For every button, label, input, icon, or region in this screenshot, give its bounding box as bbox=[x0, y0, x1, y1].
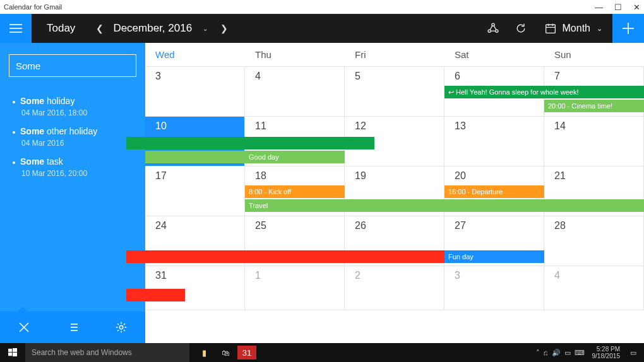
day-cell[interactable]: 14 bbox=[544, 117, 644, 166]
week-row: 10 11 12 13 14 Good day bbox=[145, 117, 644, 166]
day-header: Thu bbox=[245, 43, 345, 66]
share-icon bbox=[487, 22, 499, 35]
window-minimize-button[interactable]: — bbox=[595, 3, 603, 12]
day-cell[interactable]: 1 bbox=[245, 266, 345, 310]
gear-icon bbox=[115, 321, 128, 334]
plus-icon bbox=[621, 21, 635, 35]
view-label: Month bbox=[563, 23, 590, 34]
tray-notifications-icon[interactable]: ▭ bbox=[628, 349, 639, 357]
search-results-list: Some holiday 04 Mar 2016, 18:00 Some oth… bbox=[0, 83, 145, 187]
day-cell[interactable]: 3 bbox=[444, 266, 544, 310]
taskbar-app-calendar[interactable]: 31 bbox=[237, 346, 256, 359]
day-header: Fri bbox=[345, 43, 444, 66]
event-bar[interactable]: 16:00 - Departure bbox=[444, 185, 544, 198]
search-result-item[interactable]: Some holiday 04 Mar 2016, 18:00 bbox=[13, 96, 141, 117]
day-cell[interactable]: 31 bbox=[145, 266, 245, 310]
svg-point-20 bbox=[119, 325, 122, 329]
settings-button[interactable] bbox=[97, 321, 145, 334]
close-search-button[interactable] bbox=[0, 321, 49, 334]
day-cell[interactable]: 13 bbox=[444, 117, 544, 166]
month-picker[interactable]: December, 2016 bbox=[109, 22, 196, 35]
share-button[interactable] bbox=[479, 22, 507, 35]
day-cell[interactable]: 3 bbox=[145, 67, 245, 116]
refresh-button[interactable] bbox=[507, 22, 535, 35]
week-row: 31 1 2 3 4 bbox=[145, 266, 644, 310]
search-result-sub: 04 Mar 2016 bbox=[21, 139, 141, 148]
calendar-icon bbox=[545, 23, 556, 34]
taskbar-clock[interactable]: 5:28 PM 9/18/2015 bbox=[588, 346, 624, 359]
event-bar[interactable]: 8:00 - Kick off bbox=[245, 185, 345, 198]
tray-network-icon[interactable]: ⎌ bbox=[544, 349, 548, 356]
window-close-button[interactable]: ✕ bbox=[633, 3, 640, 12]
taskbar-app-store[interactable]: 🛍 bbox=[216, 346, 235, 359]
footer-arrow-icon bbox=[18, 307, 28, 312]
week-row: 24 25 26 27 28 Fun day bbox=[145, 216, 644, 266]
toolbar: Today ❮ December, 2016 ⌄ ❯ Month ⌄ bbox=[0, 14, 644, 43]
search-result-sub: 10 Mar 2016, 20:00 bbox=[21, 169, 141, 178]
window-maximize-button[interactable]: ☐ bbox=[614, 3, 622, 12]
svg-rect-24 bbox=[13, 353, 17, 356]
taskbar-app-explorer[interactable]: ▮ bbox=[194, 346, 213, 359]
chevron-down-icon: ⌄ bbox=[597, 25, 602, 33]
tray-volume-icon[interactable]: 🔊 bbox=[552, 349, 561, 357]
event-bar[interactable] bbox=[126, 137, 374, 149]
day-headers: Wed Thu Fri Sat Sun bbox=[145, 43, 644, 67]
hamburger-button[interactable] bbox=[0, 14, 32, 43]
month-dropdown-icon[interactable]: ⌄ bbox=[196, 25, 215, 32]
day-header: Wed bbox=[145, 43, 245, 66]
window-titlebar: Calendar for Gmail — ☐ ✕ bbox=[0, 0, 644, 14]
day-header: Sun bbox=[544, 43, 644, 66]
day-cell[interactable]: 17 bbox=[145, 166, 245, 216]
taskbar-search-input[interactable]: Search the web and Windows bbox=[25, 343, 189, 362]
windows-icon bbox=[8, 348, 17, 357]
view-selector[interactable]: Month ⌄ bbox=[535, 23, 612, 34]
svg-rect-22 bbox=[13, 348, 17, 352]
sidebar-footer bbox=[0, 312, 145, 343]
event-bar[interactable] bbox=[126, 289, 185, 301]
day-cell[interactable]: 5 bbox=[345, 67, 444, 116]
day-cell[interactable]: 4 bbox=[245, 67, 345, 116]
event-bar[interactable]: Fun day bbox=[444, 250, 544, 263]
add-event-button[interactable] bbox=[612, 14, 644, 43]
search-result-sub: 04 Mar 2016, 18:00 bbox=[21, 108, 141, 117]
list-icon bbox=[66, 321, 79, 334]
svg-rect-6 bbox=[546, 25, 555, 33]
day-header: Sat bbox=[444, 43, 544, 66]
svg-rect-21 bbox=[8, 349, 12, 352]
tray-keyboard-icon[interactable]: ⌨ bbox=[575, 349, 585, 357]
search-input[interactable]: Some bbox=[9, 54, 136, 77]
svg-point-3 bbox=[491, 23, 494, 26]
hamburger-icon bbox=[9, 23, 22, 33]
list-view-button[interactable] bbox=[49, 321, 97, 334]
tray-battery-icon[interactable]: ▭ bbox=[564, 349, 571, 357]
event-bar[interactable] bbox=[126, 250, 444, 263]
svg-rect-23 bbox=[8, 353, 12, 356]
day-cell[interactable]: 2 bbox=[345, 266, 444, 310]
event-bar[interactable]: 20:00 - Cinema time! bbox=[544, 100, 644, 112]
event-bar[interactable]: Good day bbox=[145, 151, 345, 163]
start-button[interactable] bbox=[0, 348, 25, 357]
next-month-button[interactable]: ❯ bbox=[215, 23, 234, 33]
tray-chevron-icon[interactable]: ˄ bbox=[536, 349, 540, 357]
refresh-icon bbox=[515, 22, 527, 35]
week-row: 3 4 5 6 7 ↩ Hell Yeah! Gonna sleep for w… bbox=[145, 67, 644, 117]
today-button[interactable]: Today bbox=[32, 22, 90, 35]
close-icon bbox=[18, 321, 30, 334]
prev-month-button[interactable]: ❮ bbox=[90, 23, 109, 33]
day-cell[interactable]: 28 bbox=[544, 216, 644, 266]
sidebar: Some Some holiday 04 Mar 2016, 18:00 Som… bbox=[0, 43, 145, 343]
search-result-item[interactable]: Some other holiday 04 Mar 2016 bbox=[13, 126, 141, 148]
calendar-grid: Wed Thu Fri Sat Sun 3 4 5 6 7 ↩ Hell Yea… bbox=[145, 43, 644, 343]
search-result-item[interactable]: Some task 10 Mar 2016, 20:00 bbox=[13, 156, 141, 178]
windows-taskbar: Search the web and Windows ▮ 🛍 31 ˄ ⎌ 🔊 … bbox=[0, 343, 644, 362]
event-bar[interactable]: Travel bbox=[245, 199, 644, 212]
week-row: 17 18 19 20 21 8:00 - Kick off 16:00 - D… bbox=[145, 166, 644, 216]
window-title: Calendar for Gmail bbox=[4, 3, 62, 11]
day-cell[interactable]: 4 bbox=[544, 266, 644, 310]
event-bar[interactable]: ↩ Hell Yeah! Gonna sleep for whole week! bbox=[444, 86, 644, 98]
